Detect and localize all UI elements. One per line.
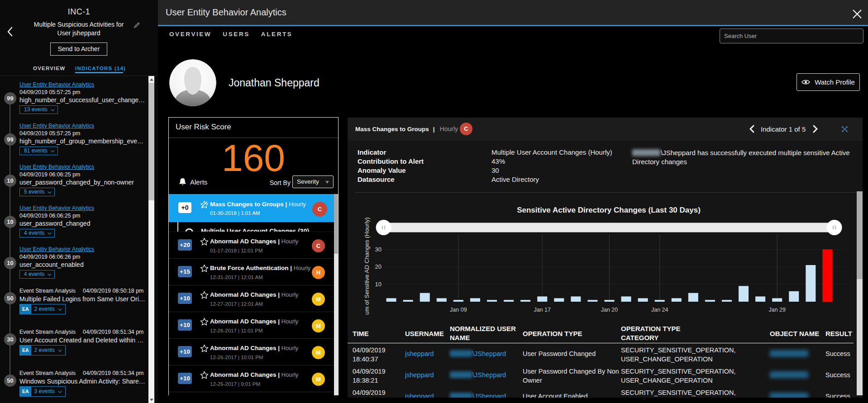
events-count-label: 2 events: [34, 306, 55, 312]
nav-tab-users[interactable]: USERS: [223, 31, 250, 38]
detail-field-value: Multiple User Account Changes (Hourly): [491, 148, 612, 156]
subindicator-timeline: [177, 222, 178, 232]
detail-field-value: 30: [491, 166, 499, 174]
slider-handle-left[interactable]: [376, 220, 391, 235]
indicator-name: user_password_changed_by_non-owner: [19, 179, 146, 186]
detail-alert-title: Mass Changes to Groups|Hourly: [355, 125, 458, 133]
collapse-button[interactable]: [842, 126, 848, 132]
send-to-archer-button[interactable]: Send to Archer: [50, 43, 107, 56]
table-cell-username[interactable]: jsheppard: [405, 393, 434, 398]
subindicator-title: Multiple User Account Changes (30): [201, 228, 309, 232]
alert-list-scrollbar-thumb[interactable]: [334, 194, 338, 254]
events-dropdown-button[interactable]: EA2 events: [19, 345, 66, 356]
alert-row[interactable]: +20Abnormal AD Changes | Hourly01-17-201…: [169, 232, 334, 259]
events-dropdown-button[interactable]: 81 events: [19, 147, 58, 155]
redacted-object-name: [770, 371, 808, 378]
risk-score-value: 160: [169, 141, 338, 175]
y-axis-label: um of Sensitive AD Changes (Hourly): [363, 217, 370, 314]
indicator-item[interactable]: 50Event Stream Analysis04/09/2019 08:50:…: [0, 287, 148, 328]
edit-pencil-icon[interactable]: [134, 22, 140, 28]
indicator-item[interactable]: 10User Entity Behavior Analytics04/09/20…: [0, 205, 148, 246]
indicator-item[interactable]: 99User Entity Behavior Analytics04/09/20…: [0, 81, 148, 123]
alert-row[interactable]: +10Abnormal AD Changes | Hourly12-26-201…: [169, 339, 334, 365]
indicator-source-link[interactable]: User Entity Behavior Analytics: [19, 246, 94, 252]
search-input[interactable]: [720, 28, 863, 43]
alert-row[interactable]: +10Abnormal AD Changes | Hourly12-26-201…: [169, 312, 334, 339]
events-dropdown-button[interactable]: EA3 events: [19, 386, 66, 397]
indicator-source-link[interactable]: User Entity Behavior Analytics: [19, 164, 94, 170]
table-cell-username[interactable]: jsheppard: [405, 371, 434, 379]
modal-nav: OVERVIEWUSERSALERTS: [169, 31, 292, 38]
redacted-domain: [450, 371, 472, 378]
detail-scrollbar-thumb[interactable]: [857, 191, 863, 279]
detail-field-label: Anomaly Value: [358, 166, 406, 174]
indicator-name: Windows Suspicious Admin Activity: Share…: [19, 378, 146, 385]
indicator-source-link[interactable]: User Entity Behavior Analytics: [19, 81, 94, 88]
scrollbar-down-arrow[interactable]: [148, 396, 154, 403]
alert-title: Abnormal AD Changes | Hourly: [210, 345, 298, 351]
detail-divider: [355, 192, 857, 193]
alert-title: Mass Changes to Groups | Hourly: [210, 201, 306, 208]
events-dropdown-button[interactable]: 4 events: [19, 270, 55, 279]
table-cell-result: Success: [825, 350, 850, 357]
close-button[interactable]: [852, 9, 863, 19]
events-dropdown-button[interactable]: 5 events: [19, 188, 55, 196]
alert-row[interactable]: +10Abnormal AD Changes | Hourly12-26-201…: [169, 365, 334, 392]
indicator-item[interactable]: 10User Entity Behavior Analytics04/09/20…: [0, 164, 148, 205]
ueba-screen: INC-1 Multiple Suspicious Activities for…: [0, 0, 868, 403]
table-cell: 18:40:37: [353, 356, 378, 363]
indicator-time: 04/09/2019 06:06:26 pm: [19, 254, 80, 260]
alert-subindicator-row[interactable]: 4246Multiple User Account Changes (30): [169, 222, 334, 232]
caret-down-icon: [51, 148, 54, 152]
bar: [504, 300, 514, 302]
caret-down-icon: [48, 272, 52, 275]
detail-scrollbar[interactable]: [857, 191, 863, 395]
events-dropdown-button[interactable]: 13 events: [19, 105, 58, 114]
alert-date: 12-31-2017 | 12:01 AM: [210, 275, 263, 280]
indicator-next-button[interactable]: [811, 125, 819, 133]
events-table: TIMEUSERNAMENORMALIZED USERNAMEOPERATION…: [348, 321, 857, 398]
indicator-source-link[interactable]: User Entity Behavior Analytics: [19, 205, 94, 211]
alert-row[interactable]: +10Abnormal AD Changes | Hourly12-27-201…: [169, 285, 334, 312]
slider-handle-right[interactable]: [827, 220, 842, 235]
indicator-item[interactable]: 10User Entity Behavior Analytics04/09/20…: [0, 246, 148, 287]
caret-down-icon: [58, 348, 62, 351]
detail-field-value: Active Directory: [491, 175, 539, 183]
tab-overview[interactable]: OVERVIEW: [33, 66, 65, 71]
indicator-item[interactable]: 50Event Stream Analysis04/09/2019 08:51:…: [0, 370, 148, 403]
redacted-object-name: [770, 350, 808, 357]
alert-list-scrollbar[interactable]: [334, 194, 338, 395]
alert-frequency: Hourly: [281, 318, 299, 325]
indicator-time: 04/09/2019 08:51:34 pm: [83, 370, 143, 376]
tab-indicators[interactable]: INDICATORS (14): [75, 66, 126, 71]
column-header-normalized: NORMALIZED USER: [450, 325, 516, 332]
sidebar-scrollbar[interactable]: [148, 76, 154, 403]
back-button[interactable]: [5, 26, 16, 38]
alert-row[interactable]: +15Brute Force Authentication | Hourly12…: [169, 259, 334, 285]
sort-select[interactable]: Severity: [292, 175, 334, 188]
alert-score-badge: +10: [178, 319, 192, 331]
scrollbar-up-arrow[interactable]: [148, 76, 154, 83]
table-cell: 04/09/2019: [353, 389, 386, 396]
alert-star: [200, 237, 209, 246]
ea-chip: EA: [20, 304, 31, 314]
events-dropdown-button[interactable]: EA2 events: [19, 304, 66, 314]
indicator-source-link[interactable]: User Entity Behavior Analytics: [19, 123, 94, 129]
watch-profile-button[interactable]: Watch Profile: [796, 73, 860, 91]
indicator-prev-button[interactable]: [749, 125, 756, 133]
chart-range-slider-track: [384, 223, 835, 232]
bar: [705, 300, 715, 302]
nav-tab-overview[interactable]: OVERVIEW: [169, 31, 211, 38]
table-cell-username[interactable]: jsheppard: [405, 350, 434, 357]
sidebar-scrollbar-thumb[interactable]: [148, 83, 154, 200]
indicator-item[interactable]: 30Event Stream Analysis04/09/2019 08:51:…: [0, 328, 148, 370]
nav-tab-alerts[interactable]: ALERTS: [261, 31, 293, 38]
alert-score-badge: +10: [178, 373, 192, 384]
bar: [420, 293, 430, 302]
events-dropdown-button[interactable]: 4 events: [19, 229, 55, 237]
alert-row[interactable]: +0Mass Changes to Groups | Hourly01-30-2…: [169, 194, 334, 222]
alert-severity-badge: M: [312, 373, 325, 386]
indicator-detail-panel: Mass Changes to Groups|Hourly C Indicato…: [348, 118, 863, 398]
indicator-item[interactable]: 99User Entity Behavior Analytics04/09/20…: [0, 123, 148, 164]
x-tick-label: Jan 20: [601, 307, 618, 313]
